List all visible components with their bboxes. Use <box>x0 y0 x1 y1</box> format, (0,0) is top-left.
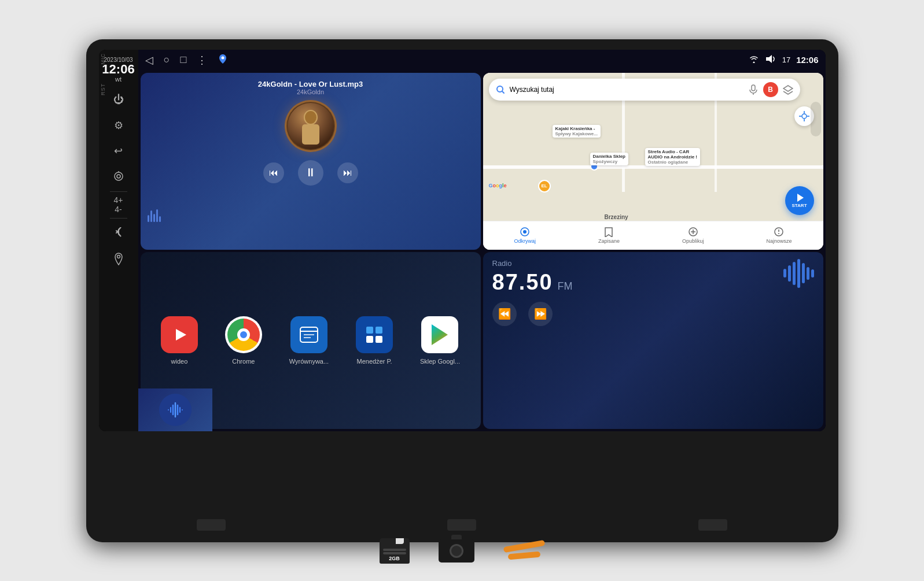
radio-next-btn[interactable]: ⏩ <box>528 302 553 326</box>
music-next-btn[interactable]: ⏭ <box>337 162 358 183</box>
video-icon <box>161 316 198 353</box>
app-manager[interactable]: Menedżer P. <box>356 316 393 365</box>
device-screen: MIC RST 2023/10/03 12:06 wt ⏻ ⚙ ↩ 4+ 4- <box>99 50 826 431</box>
svg-point-12 <box>802 114 807 119</box>
radio-prev-btn[interactable]: ⏪ <box>492 302 517 326</box>
chrome-inner-circle <box>237 328 250 341</box>
music-play-pause-btn[interactable]: ⏸ <box>298 160 323 186</box>
bracket-right <box>698 519 727 531</box>
bracket-center <box>447 519 476 531</box>
layers-icon[interactable] <box>783 84 793 95</box>
app-chrome[interactable]: Chrome <box>225 316 262 365</box>
app-store-label: Sklep Googl... <box>420 358 460 365</box>
app-wyrownywarka[interactable]: Wyrównywa... <box>289 316 329 365</box>
back-icon[interactable]: ↩ <box>107 139 130 162</box>
wave-bar-6 <box>807 267 809 280</box>
maps-status-icon[interactable] <box>218 54 228 66</box>
scroll-handle[interactable] <box>811 102 821 136</box>
nav-zapisane-label: Zapisane <box>598 238 620 244</box>
maps-nav-najnowsze[interactable]: Najnowsze <box>766 227 792 244</box>
svg-point-1 <box>117 175 120 178</box>
sd-stripe-2 <box>383 552 406 554</box>
status-bar: ◁ ○ □ ⋮ <box>138 50 826 71</box>
eq-visual <box>148 209 161 222</box>
svg-point-4 <box>222 57 224 60</box>
tool-1 <box>503 540 545 553</box>
maps-widget: EL Kajaki Krasieńka - Spływy Kajakowe...… <box>483 73 823 250</box>
menu-nav-btn[interactable]: ⋮ <box>197 54 207 66</box>
profile-avatar[interactable]: B <box>763 82 778 97</box>
wave-bar-7 <box>811 269 814 277</box>
back-nav-btn[interactable]: ◁ <box>145 54 153 66</box>
label-strefa[interactable]: Strefa Audio - CAR AUDIO na Androidzie !… <box>645 148 700 166</box>
sidebar: MIC RST 2023/10/03 12:06 wt ⏻ ⚙ ↩ 4+ 4- <box>99 50 138 431</box>
nav-odkrywaj-label: Odkrywaj <box>514 238 536 244</box>
voice-circle <box>159 394 192 426</box>
navigation-start-btn[interactable]: START <box>785 186 814 215</box>
location-sidebar-icon[interactable] <box>107 247 130 271</box>
device-bottom <box>86 508 838 542</box>
google-logo: Google <box>489 183 507 188</box>
home-nav-btn[interactable]: ○ <box>164 54 170 66</box>
maps-search-bar[interactable]: B <box>489 79 800 101</box>
svg-point-19 <box>523 230 527 234</box>
camera-body <box>439 539 474 563</box>
device-body: MIC RST 2023/10/03 12:06 wt ⏻ ⚙ ↩ 4+ 4- <box>86 39 838 542</box>
app-store[interactable]: Sklep Googl... <box>420 316 460 365</box>
voice-wave-icon <box>166 401 185 419</box>
radio-sidebar-icon[interactable] <box>107 165 130 188</box>
label-brzeziny: Brzeziny <box>605 214 628 220</box>
maps-search-input[interactable] <box>510 86 743 94</box>
volume-status-icon <box>765 54 776 65</box>
chrome-icon <box>227 319 260 351</box>
sidebar-divider-2 <box>110 218 127 219</box>
maps-nav-zapisane[interactable]: Zapisane <box>598 227 620 244</box>
wave-bar-5 <box>802 263 805 283</box>
mic-label: MIC <box>100 53 106 65</box>
music-title: 24kGoldn - Love Or Lust.mp3 <box>148 80 474 88</box>
app-wyrownywarka-label: Wyrównywa... <box>289 358 329 365</box>
maps-nav-opublikuj[interactable]: Opublikuj <box>682 227 704 244</box>
camera-accessory <box>439 539 474 563</box>
label-kajaki[interactable]: Kajaki Krasieńka - Spływy Kajakowe... <box>553 125 601 138</box>
app-video[interactable]: wideo <box>161 316 198 365</box>
svg-point-0 <box>115 172 123 180</box>
content-grid: 24kGoldn - Love Or Lust.mp3 24kGoldn <box>138 71 826 431</box>
svg-marker-25 <box>176 329 186 341</box>
radio-widget: Radio 87.50 FM <box>483 252 823 429</box>
sd-label: 2GB <box>389 556 400 561</box>
wave-bar-3 <box>793 262 796 285</box>
voice-widget[interactable] <box>138 388 212 431</box>
volume-up[interactable]: 4+ <box>114 195 123 205</box>
maps-bottom-bar: Odkrywaj Zapisane <box>483 221 823 250</box>
svg-rect-7 <box>302 124 319 145</box>
mic-search-icon[interactable] <box>748 84 759 95</box>
recents-nav-btn[interactable]: □ <box>180 54 186 66</box>
label-danielka[interactable]: Danielka Sklep Spożywczy <box>590 153 628 165</box>
svg-marker-17 <box>797 194 804 202</box>
status-bar-nav: ◁ ○ □ ⋮ <box>145 54 229 66</box>
volume-level: 17 <box>782 55 790 64</box>
radio-band: FM <box>558 280 573 293</box>
bluetooth-icon[interactable] <box>107 222 130 245</box>
main-content: ◁ ○ □ ⋮ <box>138 50 826 431</box>
power-icon[interactable]: ⏻ <box>107 88 130 112</box>
music-prev-btn[interactable]: ⏮ <box>263 162 284 183</box>
wave-bar-1 <box>783 269 786 277</box>
sidebar-day: wt <box>102 76 134 83</box>
album-art <box>288 103 334 149</box>
camera-mount <box>451 535 462 539</box>
volume-control[interactable]: 4+ 4- <box>114 195 123 215</box>
bracket-left <box>197 519 226 531</box>
settings-icon[interactable]: ⚙ <box>107 114 130 137</box>
sidebar-clock: 12:06 <box>102 63 134 76</box>
svg-rect-10 <box>752 85 755 91</box>
maps-nav-odkrywaj[interactable]: Odkrywaj <box>514 227 536 244</box>
camera-lens <box>450 544 463 558</box>
svg-marker-5 <box>766 55 772 63</box>
wave-bar-4 <box>797 259 800 288</box>
store-icon <box>421 316 458 353</box>
music-widget: 24kGoldn - Love Or Lust.mp3 24kGoldn <box>141 73 481 250</box>
volume-down[interactable]: 4- <box>115 205 122 214</box>
status-bar-indicators: 17 12:06 <box>749 54 819 65</box>
